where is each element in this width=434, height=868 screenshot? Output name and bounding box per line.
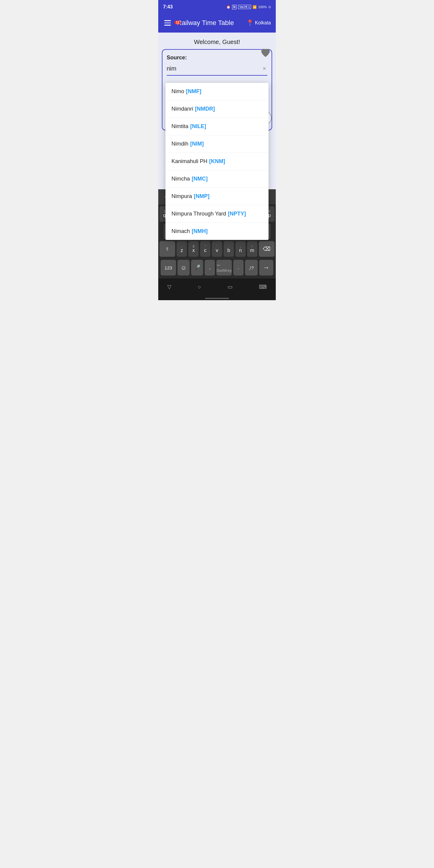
clear-button[interactable]: × (261, 64, 267, 73)
signal-icon: 📶 (253, 5, 257, 9)
key-emoji[interactable]: ☺ (178, 260, 190, 276)
nav-keyboard-button[interactable]: ⌨ (259, 284, 267, 290)
station-name: Nimpura (172, 193, 192, 199)
station-name: Nimpura Through Yard (172, 211, 226, 217)
key-period[interactable]: . (233, 260, 244, 276)
key-num-switch[interactable]: 123 (161, 260, 176, 276)
app-title: Railway Time Table (177, 19, 246, 27)
key-v[interactable]: 'v (212, 241, 222, 257)
key-comma[interactable]: , (205, 260, 215, 276)
station-name: Nimach (172, 228, 190, 235)
location-area[interactable]: 📍 Kolkata (246, 19, 271, 27)
battery-icon: ⊙ (268, 5, 271, 9)
station-code: [NMC] (192, 176, 208, 182)
autocomplete-item[interactable]: Nimpura [NMP] (165, 188, 269, 205)
autocomplete-item[interactable]: Kanimahuli PH [KNM] (165, 153, 269, 170)
station-code: [NMH] (192, 228, 208, 235)
menu-button[interactable] (163, 19, 172, 27)
autocomplete-item[interactable]: Nimdanri [NMDR] (165, 100, 269, 118)
station-code: [NMP] (194, 193, 210, 199)
swiftkey-logo: 〜 SwiftKey (216, 263, 232, 273)
station-name: Nimtita (172, 123, 188, 130)
nfc-icon: N (232, 5, 237, 9)
station-code: [NMF] (186, 88, 201, 95)
system-nav-bar: ▽ ○ ▭ ⌨ (158, 278, 276, 296)
alarm-icon: ⏰ (226, 5, 230, 9)
key-b[interactable]: :b (224, 241, 234, 257)
notification-count: 11 (175, 21, 181, 24)
station-name: Nimdanri (172, 106, 193, 112)
scroll-indicator-bar (158, 296, 276, 300)
status-bar: 7:43 ⏰ N VoLTE 1 📶 100% ⊙ (158, 0, 276, 13)
key-mic[interactable]: 🎤 (191, 260, 203, 276)
station-code: [NILE] (190, 123, 206, 130)
autocomplete-item[interactable]: Nimo [NMF] (165, 83, 269, 100)
main-content: Welcome, Guest! Source: × – Destination … (158, 33, 276, 189)
location-icon: 📍 (246, 19, 254, 27)
key-shift[interactable]: ⇧ (159, 241, 175, 257)
keyboard-row-3: ⇧ -z $x "c 'v :b ;n /m ⌫ (159, 241, 275, 257)
autocomplete-item[interactable]: Nimpura Through Yard [NPTY] (165, 205, 269, 223)
key-z[interactable]: -z (177, 241, 187, 257)
station-code: [NIM] (190, 141, 204, 147)
autocomplete-item[interactable]: Nimdih [NIM] (165, 135, 269, 153)
key-n[interactable]: ;n (236, 241, 246, 257)
autocomplete-item[interactable]: Nimcha [NMC] (165, 170, 269, 188)
station-name: Nimdih (172, 141, 188, 147)
status-icons: ⏰ N VoLTE 1 📶 100% ⊙ (226, 5, 271, 9)
key-c[interactable]: "c (200, 241, 210, 257)
key-m[interactable]: /m (247, 241, 257, 257)
source-input[interactable] (167, 64, 261, 73)
nav-back-button[interactable]: ▽ (167, 284, 172, 290)
station-name: Nimo (172, 88, 184, 95)
station-code: [NPTY] (228, 211, 246, 217)
scroll-indicator (205, 298, 229, 299)
welcome-text: Welcome, Guest! (158, 33, 276, 49)
battery-level: 100% (258, 5, 267, 9)
key-backspace[interactable]: ⌫ (259, 241, 275, 257)
station-name: Nimcha (172, 176, 190, 182)
volte-icon: VoLTE 1 (238, 5, 251, 9)
status-time: 7:43 (163, 4, 173, 10)
nav-recents-button[interactable]: ▭ (227, 284, 233, 290)
location-label: Kolkata (255, 20, 271, 26)
app-bar: 11 Railway Time Table 📍 Kolkata (158, 13, 276, 33)
key-space[interactable]: 〜 SwiftKey (216, 260, 232, 276)
autocomplete-item[interactable]: Nimtita [NILE] (165, 118, 269, 135)
station-name: Kanimahuli PH (172, 158, 207, 164)
key-x[interactable]: $x (188, 241, 198, 257)
autocomplete-dropdown: Nimo [NMF] Nimdanri [NMDR] Nimtita [NILE… (165, 83, 269, 240)
nav-home-button[interactable]: ○ (198, 284, 201, 290)
key-enter[interactable]: → (259, 260, 273, 276)
search-card: Source: × – Destination – Date ⇅ T (162, 49, 272, 130)
favorite-button[interactable] (259, 47, 272, 60)
search-input-row: × (167, 64, 267, 76)
station-code: [KNM] (209, 158, 225, 164)
autocomplete-item[interactable]: Nimach [NMH] (165, 223, 269, 240)
station-code: [NMDR] (195, 106, 215, 112)
key-punct[interactable]: ,!? (245, 260, 258, 276)
keyboard-bottom-row: 123 ☺ 🎤 , 〜 SwiftKey . ,!? → (159, 258, 275, 277)
source-label: Source: (167, 55, 267, 61)
